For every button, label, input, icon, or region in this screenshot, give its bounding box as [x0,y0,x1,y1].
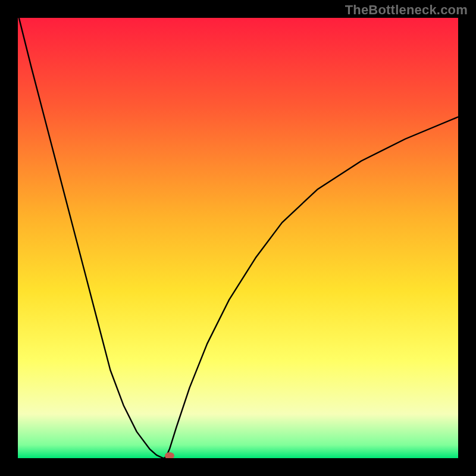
bottleneck-curve [18,18,458,458]
plot-area [18,18,458,458]
optimal-point-marker [165,452,174,458]
chart-frame: TheBottleneck.com [0,0,476,476]
watermark-text: TheBottleneck.com [345,2,468,18]
